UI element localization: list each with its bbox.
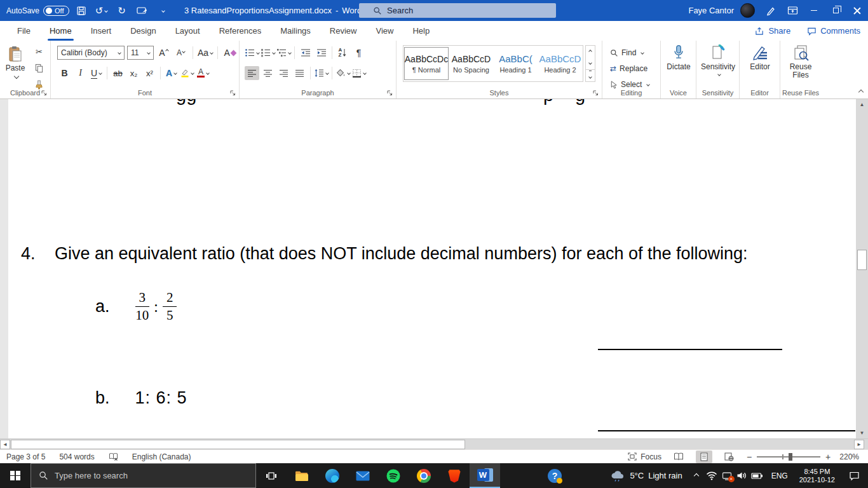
- tray-expand-button[interactable]: [689, 474, 704, 478]
- zoom-thumb[interactable]: [789, 453, 792, 461]
- bold-button[interactable]: B: [57, 66, 72, 80]
- minimize-button[interactable]: [803, 0, 825, 21]
- cut-button[interactable]: ✂: [32, 44, 46, 58]
- clock[interactable]: 8:45 PM 2021-10-12: [794, 468, 840, 484]
- change-case-button[interactable]: Aa: [198, 46, 213, 60]
- close-button[interactable]: [846, 0, 868, 21]
- highlight-button[interactable]: [180, 66, 194, 80]
- style-heading-1[interactable]: AaBbC(Heading 1: [494, 47, 538, 80]
- vertical-scroll-thumb[interactable]: [857, 250, 867, 270]
- style-normal[interactable]: AaBbCcDc¶ Normal: [404, 47, 449, 80]
- text-effects-button[interactable]: A: [164, 66, 179, 80]
- superscript-button[interactable]: x²: [142, 66, 157, 80]
- grow-font-button[interactable]: A: [156, 46, 171, 60]
- collapse-ribbon-button[interactable]: [857, 87, 863, 96]
- user-name[interactable]: Faye Cantor: [688, 6, 734, 15]
- avatar[interactable]: [740, 3, 755, 18]
- scroll-up-button[interactable]: ▲: [856, 99, 868, 110]
- language-switcher[interactable]: ENG: [765, 471, 794, 480]
- focus-mode-button[interactable]: Focus: [628, 452, 661, 461]
- web-layout-button[interactable]: [721, 451, 738, 463]
- comments-button[interactable]: Comments: [807, 26, 860, 36]
- edge-browser-button[interactable]: [317, 463, 348, 488]
- clear-formatting-button[interactable]: A: [222, 46, 237, 60]
- shrink-font-button[interactable]: A: [173, 46, 188, 60]
- styles-more-button[interactable]: [586, 69, 595, 81]
- align-right-button[interactable]: [276, 66, 291, 80]
- autosave-toggle[interactable]: Off: [43, 6, 69, 16]
- dictate-button[interactable]: Dictate: [661, 41, 696, 88]
- tab-file[interactable]: File: [8, 21, 40, 41]
- font-color-button[interactable]: A: [196, 66, 210, 80]
- horizontal-scroll-thumb[interactable]: [11, 440, 465, 449]
- editor-button[interactable]: Editor: [740, 41, 780, 88]
- get-help-button[interactable]: ?: [539, 463, 570, 488]
- style-no-spacing[interactable]: AaBbCcDNo Spacing: [449, 47, 493, 80]
- print-layout-button[interactable]: [696, 451, 712, 463]
- save-button[interactable]: [73, 3, 90, 18]
- justify-button[interactable]: [292, 66, 307, 80]
- find-button[interactable]: Find: [610, 46, 649, 60]
- style-heading-2[interactable]: AaBbCcDHeading 2: [538, 47, 582, 80]
- mail-button[interactable]: [348, 463, 378, 488]
- line-spacing-button[interactable]: [314, 66, 329, 80]
- tab-layout[interactable]: Layout: [166, 21, 210, 41]
- start-button[interactable]: [0, 463, 31, 488]
- zoom-out-button[interactable]: −: [747, 452, 752, 462]
- clipboard-dialog-launcher[interactable]: [41, 90, 48, 97]
- vertical-scrollbar[interactable]: ▲ ▼: [856, 99, 868, 438]
- italic-button[interactable]: I: [73, 66, 88, 80]
- tab-mailings[interactable]: Mailings: [271, 21, 320, 41]
- read-mode-button[interactable]: [670, 451, 687, 463]
- decrease-indent-button[interactable]: [298, 46, 313, 60]
- numbering-button[interactable]: [261, 46, 275, 60]
- paragraph-dialog-launcher[interactable]: [386, 90, 393, 97]
- show-hide-marks-button[interactable]: ¶: [351, 46, 366, 60]
- volume-indicator[interactable]: [735, 471, 750, 480]
- ink-pen-button[interactable]: [760, 0, 782, 21]
- tab-review[interactable]: Review: [320, 21, 367, 41]
- redo-button[interactable]: ↻: [114, 3, 130, 18]
- styles-scroll-down-button[interactable]: [586, 57, 595, 69]
- styles-scroll-up-button[interactable]: [586, 46, 595, 57]
- touch-mouse-mode-button[interactable]: [134, 3, 151, 18]
- scroll-right-button[interactable]: ►: [854, 440, 864, 449]
- device-error-indicator[interactable]: ×: [719, 471, 735, 480]
- tab-insert[interactable]: Insert: [81, 21, 121, 41]
- wifi-indicator[interactable]: [704, 471, 719, 480]
- font-name-combo[interactable]: Calibri (Body): [57, 46, 125, 60]
- zoom-track[interactable]: [757, 456, 820, 458]
- shading-button[interactable]: [336, 66, 350, 80]
- document-page[interactable]: gg p g 4. Give an equivalent ratio (that…: [8, 99, 856, 438]
- subscript-button[interactable]: x₂: [126, 66, 141, 80]
- search-box[interactable]: Search: [359, 3, 556, 18]
- scroll-down-button[interactable]: ▼: [856, 428, 868, 438]
- styles-dialog-launcher[interactable]: [592, 90, 599, 97]
- chrome-browser-button[interactable]: [409, 463, 439, 488]
- strikethrough-button[interactable]: ab: [111, 66, 125, 80]
- replace-button[interactable]: ⇄Replace: [610, 62, 649, 76]
- word-app-button[interactable]: W: [470, 463, 500, 488]
- weather-widget[interactable]: 5°C Light rain: [604, 470, 688, 482]
- increase-indent-button[interactable]: [314, 46, 329, 60]
- proofing-status-button[interactable]: [109, 452, 118, 461]
- align-center-button[interactable]: [261, 66, 275, 80]
- customize-qat-button[interactable]: [154, 3, 171, 18]
- font-dialog-launcher[interactable]: [229, 90, 236, 97]
- page-indicator[interactable]: Page 3 of 5: [6, 452, 45, 461]
- file-explorer-button[interactable]: [287, 463, 317, 488]
- battery-indicator[interactable]: [750, 472, 765, 480]
- font-size-combo[interactable]: 11: [127, 46, 154, 60]
- tab-references[interactable]: References: [210, 21, 271, 41]
- multilevel-list-button[interactable]: [276, 46, 291, 60]
- language-indicator[interactable]: English (Canada): [132, 452, 191, 461]
- underline-button[interactable]: U: [89, 66, 104, 80]
- align-left-button[interactable]: [245, 66, 259, 80]
- borders-button[interactable]: [351, 66, 366, 80]
- tab-view[interactable]: View: [366, 21, 403, 41]
- restore-button[interactable]: [825, 0, 846, 21]
- ribbon-display-options-button[interactable]: [782, 0, 803, 21]
- bullets-button[interactable]: [245, 46, 259, 60]
- copy-button[interactable]: [32, 61, 46, 75]
- undo-button[interactable]: ↺: [93, 3, 110, 18]
